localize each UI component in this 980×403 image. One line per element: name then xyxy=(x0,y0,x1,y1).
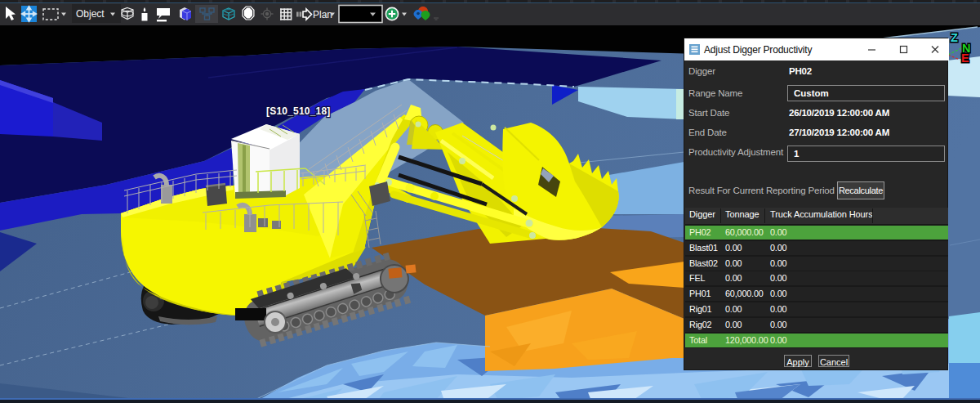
svg-text:Z: Z xyxy=(951,31,958,44)
svg-text:Plan: Plan xyxy=(313,9,332,20)
svg-text:[S10_510_18]: [S10_510_18] xyxy=(266,105,330,117)
svg-text:Object: Object xyxy=(76,8,105,20)
svg-text:E: E xyxy=(961,51,969,65)
